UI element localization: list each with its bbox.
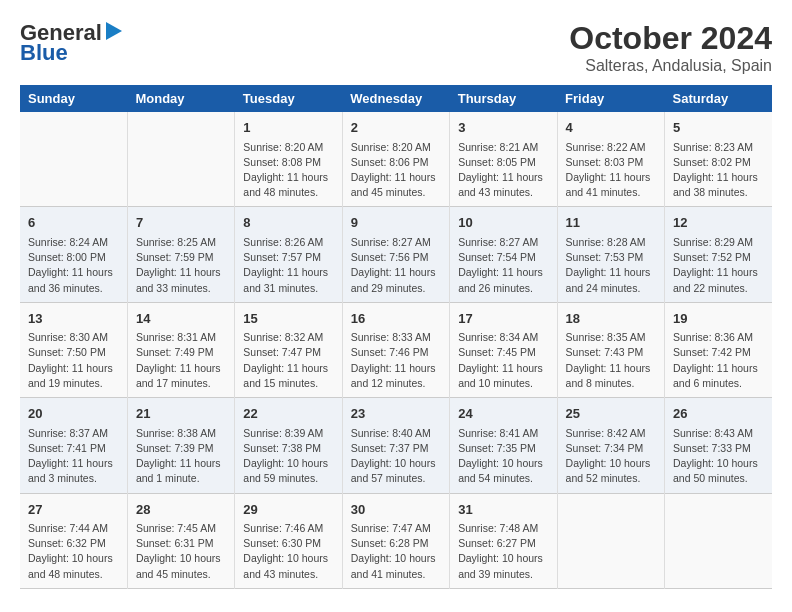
calendar-cell: 10Sunrise: 8:27 AM Sunset: 7:54 PM Dayli… <box>450 207 557 302</box>
calendar-table: SundayMondayTuesdayWednesdayThursdayFrid… <box>20 85 772 589</box>
day-info: Sunrise: 8:27 AM Sunset: 7:54 PM Dayligh… <box>458 235 548 296</box>
day-info: Sunrise: 8:32 AM Sunset: 7:47 PM Dayligh… <box>243 330 333 391</box>
day-of-week-thursday: Thursday <box>450 85 557 112</box>
calendar-week-row: 27Sunrise: 7:44 AM Sunset: 6:32 PM Dayli… <box>20 493 772 588</box>
day-info: Sunrise: 8:37 AM Sunset: 7:41 PM Dayligh… <box>28 426 119 487</box>
calendar-cell: 3Sunrise: 8:21 AM Sunset: 8:05 PM Daylig… <box>450 112 557 207</box>
calendar-cell: 1Sunrise: 8:20 AM Sunset: 8:08 PM Daylig… <box>235 112 342 207</box>
calendar-cell: 29Sunrise: 7:46 AM Sunset: 6:30 PM Dayli… <box>235 493 342 588</box>
day-info: Sunrise: 7:46 AM Sunset: 6:30 PM Dayligh… <box>243 521 333 582</box>
day-number: 19 <box>673 309 764 329</box>
day-number: 5 <box>673 118 764 138</box>
calendar-cell: 19Sunrise: 8:36 AM Sunset: 7:42 PM Dayli… <box>665 302 772 397</box>
calendar-cell: 6Sunrise: 8:24 AM Sunset: 8:00 PM Daylig… <box>20 207 127 302</box>
calendar-week-row: 20Sunrise: 8:37 AM Sunset: 7:41 PM Dayli… <box>20 398 772 493</box>
day-number: 20 <box>28 404 119 424</box>
day-number: 7 <box>136 213 226 233</box>
day-info: Sunrise: 8:40 AM Sunset: 7:37 PM Dayligh… <box>351 426 441 487</box>
day-number: 16 <box>351 309 441 329</box>
page-header: General Blue October 2024 Salteras, Anda… <box>20 20 772 75</box>
calendar-subtitle: Salteras, Andalusia, Spain <box>569 57 772 75</box>
day-number: 24 <box>458 404 548 424</box>
day-number: 22 <box>243 404 333 424</box>
day-info: Sunrise: 8:21 AM Sunset: 8:05 PM Dayligh… <box>458 140 548 201</box>
day-info: Sunrise: 8:35 AM Sunset: 7:43 PM Dayligh… <box>566 330 656 391</box>
day-info: Sunrise: 8:41 AM Sunset: 7:35 PM Dayligh… <box>458 426 548 487</box>
day-info: Sunrise: 8:42 AM Sunset: 7:34 PM Dayligh… <box>566 426 656 487</box>
calendar-title: October 2024 <box>569 20 772 57</box>
calendar-cell: 26Sunrise: 8:43 AM Sunset: 7:33 PM Dayli… <box>665 398 772 493</box>
calendar-cell <box>20 112 127 207</box>
day-number: 3 <box>458 118 548 138</box>
day-number: 31 <box>458 500 548 520</box>
calendar-cell: 5Sunrise: 8:23 AM Sunset: 8:02 PM Daylig… <box>665 112 772 207</box>
day-info: Sunrise: 7:45 AM Sunset: 6:31 PM Dayligh… <box>136 521 226 582</box>
day-number: 4 <box>566 118 656 138</box>
day-info: Sunrise: 8:24 AM Sunset: 8:00 PM Dayligh… <box>28 235 119 296</box>
calendar-cell: 30Sunrise: 7:47 AM Sunset: 6:28 PM Dayli… <box>342 493 449 588</box>
calendar-cell: 11Sunrise: 8:28 AM Sunset: 7:53 PM Dayli… <box>557 207 664 302</box>
day-number: 12 <box>673 213 764 233</box>
calendar-cell: 31Sunrise: 7:48 AM Sunset: 6:27 PM Dayli… <box>450 493 557 588</box>
day-info: Sunrise: 8:25 AM Sunset: 7:59 PM Dayligh… <box>136 235 226 296</box>
calendar-cell: 23Sunrise: 8:40 AM Sunset: 7:37 PM Dayli… <box>342 398 449 493</box>
day-number: 18 <box>566 309 656 329</box>
calendar-cell: 14Sunrise: 8:31 AM Sunset: 7:49 PM Dayli… <box>127 302 234 397</box>
day-number: 6 <box>28 213 119 233</box>
calendar-cell: 4Sunrise: 8:22 AM Sunset: 8:03 PM Daylig… <box>557 112 664 207</box>
day-info: Sunrise: 8:23 AM Sunset: 8:02 PM Dayligh… <box>673 140 764 201</box>
logo-arrow-icon <box>104 20 124 42</box>
day-info: Sunrise: 7:48 AM Sunset: 6:27 PM Dayligh… <box>458 521 548 582</box>
day-info: Sunrise: 7:47 AM Sunset: 6:28 PM Dayligh… <box>351 521 441 582</box>
calendar-week-row: 1Sunrise: 8:20 AM Sunset: 8:08 PM Daylig… <box>20 112 772 207</box>
day-info: Sunrise: 8:27 AM Sunset: 7:56 PM Dayligh… <box>351 235 441 296</box>
day-of-week-friday: Friday <box>557 85 664 112</box>
calendar-cell: 18Sunrise: 8:35 AM Sunset: 7:43 PM Dayli… <box>557 302 664 397</box>
day-number: 11 <box>566 213 656 233</box>
day-info: Sunrise: 8:28 AM Sunset: 7:53 PM Dayligh… <box>566 235 656 296</box>
logo: General Blue <box>20 20 124 66</box>
calendar-cell: 9Sunrise: 8:27 AM Sunset: 7:56 PM Daylig… <box>342 207 449 302</box>
day-number: 2 <box>351 118 441 138</box>
day-info: Sunrise: 8:31 AM Sunset: 7:49 PM Dayligh… <box>136 330 226 391</box>
day-number: 23 <box>351 404 441 424</box>
day-number: 14 <box>136 309 226 329</box>
calendar-cell: 28Sunrise: 7:45 AM Sunset: 6:31 PM Dayli… <box>127 493 234 588</box>
title-area: October 2024 Salteras, Andalusia, Spain <box>569 20 772 75</box>
calendar-cell: 15Sunrise: 8:32 AM Sunset: 7:47 PM Dayli… <box>235 302 342 397</box>
day-number: 29 <box>243 500 333 520</box>
calendar-week-row: 13Sunrise: 8:30 AM Sunset: 7:50 PM Dayli… <box>20 302 772 397</box>
calendar-cell: 12Sunrise: 8:29 AM Sunset: 7:52 PM Dayli… <box>665 207 772 302</box>
day-of-week-saturday: Saturday <box>665 85 772 112</box>
calendar-cell <box>127 112 234 207</box>
calendar-cell: 21Sunrise: 8:38 AM Sunset: 7:39 PM Dayli… <box>127 398 234 493</box>
day-info: Sunrise: 7:44 AM Sunset: 6:32 PM Dayligh… <box>28 521 119 582</box>
day-of-week-sunday: Sunday <box>20 85 127 112</box>
day-info: Sunrise: 8:39 AM Sunset: 7:38 PM Dayligh… <box>243 426 333 487</box>
day-info: Sunrise: 8:20 AM Sunset: 8:08 PM Dayligh… <box>243 140 333 201</box>
day-of-week-tuesday: Tuesday <box>235 85 342 112</box>
day-info: Sunrise: 8:43 AM Sunset: 7:33 PM Dayligh… <box>673 426 764 487</box>
day-number: 25 <box>566 404 656 424</box>
calendar-cell: 2Sunrise: 8:20 AM Sunset: 8:06 PM Daylig… <box>342 112 449 207</box>
day-number: 10 <box>458 213 548 233</box>
day-number: 27 <box>28 500 119 520</box>
day-number: 1 <box>243 118 333 138</box>
calendar-cell: 25Sunrise: 8:42 AM Sunset: 7:34 PM Dayli… <box>557 398 664 493</box>
day-number: 30 <box>351 500 441 520</box>
day-number: 26 <box>673 404 764 424</box>
calendar-cell: 24Sunrise: 8:41 AM Sunset: 7:35 PM Dayli… <box>450 398 557 493</box>
day-info: Sunrise: 8:30 AM Sunset: 7:50 PM Dayligh… <box>28 330 119 391</box>
day-number: 8 <box>243 213 333 233</box>
svg-marker-0 <box>106 22 122 40</box>
calendar-cell <box>665 493 772 588</box>
day-of-week-wednesday: Wednesday <box>342 85 449 112</box>
logo-text-blue: Blue <box>20 40 68 66</box>
calendar-cell: 20Sunrise: 8:37 AM Sunset: 7:41 PM Dayli… <box>20 398 127 493</box>
day-info: Sunrise: 8:29 AM Sunset: 7:52 PM Dayligh… <box>673 235 764 296</box>
calendar-header-row: SundayMondayTuesdayWednesdayThursdayFrid… <box>20 85 772 112</box>
day-number: 28 <box>136 500 226 520</box>
calendar-week-row: 6Sunrise: 8:24 AM Sunset: 8:00 PM Daylig… <box>20 207 772 302</box>
day-info: Sunrise: 8:36 AM Sunset: 7:42 PM Dayligh… <box>673 330 764 391</box>
calendar-cell: 7Sunrise: 8:25 AM Sunset: 7:59 PM Daylig… <box>127 207 234 302</box>
